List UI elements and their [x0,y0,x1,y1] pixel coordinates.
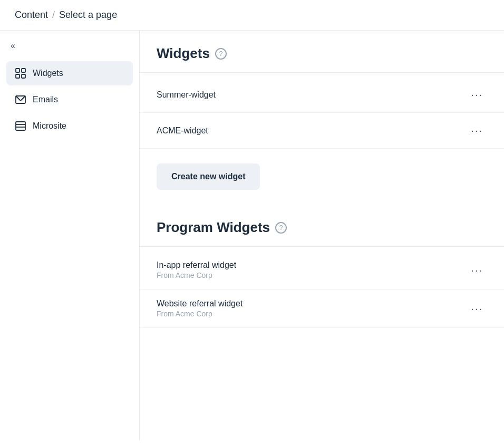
program-widgets-help-icon[interactable]: ? [275,222,287,234]
widget-row[interactable]: Summer-widget ··· [140,77,504,113]
main-layout: « Widgets Emails [0,31,504,440]
emails-icon [15,94,26,105]
sidebar-item-microsite-label: Microsite [33,121,66,131]
widgets-section-title: Widgets [157,45,210,62]
microsite-icon [15,120,26,132]
program-widget-more-button[interactable]: ··· [467,262,487,278]
breadcrumb-current: Select a page [59,9,117,21]
widgets-section-header: Widgets ? [140,31,504,72]
widget-name: Summer-widget [157,90,216,100]
widgets-help-icon[interactable]: ? [215,48,227,60]
svg-rect-1 [22,69,25,72]
breadcrumb-parent[interactable]: Content [15,9,48,21]
program-widget-info: In-app referral widget From Acme Corp [157,260,236,279]
sidebar-item-microsite[interactable]: Microsite [6,114,133,138]
program-widget-row[interactable]: Website referral widget From Acme Corp ·… [140,289,504,328]
create-widget-section: Create new widget [140,153,504,205]
create-new-widget-button[interactable]: Create new widget [157,163,260,190]
program-widget-sub: From Acme Corp [157,310,243,318]
program-widgets-section-title: Program Widgets [157,219,270,236]
sidebar-item-widgets[interactable]: Widgets [6,61,133,85]
program-widgets-list: In-app referral widget From Acme Corp ··… [140,247,504,332]
sidebar-collapse-button[interactable]: « [6,39,20,53]
widget-more-button[interactable]: ··· [467,86,487,103]
program-widget-name: Website referral widget [157,299,243,308]
sidebar-item-emails-label: Emails [33,95,58,104]
svg-rect-5 [16,122,25,130]
svg-rect-3 [22,74,25,78]
program-widgets-section-header: Program Widgets ? [140,205,504,246]
widget-more-button[interactable]: ··· [467,122,487,139]
program-widget-row[interactable]: In-app referral widget From Acme Corp ··… [140,251,504,289]
program-widget-more-button[interactable]: ··· [467,301,487,317]
program-widget-info: Website referral widget From Acme Corp [157,299,243,318]
sidebar-item-widgets-label: Widgets [33,69,63,78]
widgets-list: Summer-widget ··· ACME-widget ··· [140,73,504,153]
program-widget-sub: From Acme Corp [157,271,236,279]
widget-name: ACME-widget [157,126,208,136]
breadcrumb: Content / Select a page [0,0,504,31]
program-widget-name: In-app referral widget [157,260,236,270]
sidebar: « Widgets Emails [0,31,140,440]
breadcrumb-separator: / [52,9,55,21]
widget-row[interactable]: ACME-widget ··· [140,113,504,149]
svg-rect-0 [16,69,20,72]
svg-rect-2 [16,74,20,78]
content-area: Widgets ? Summer-widget ··· ACME-widget … [140,31,504,440]
sidebar-item-emails[interactable]: Emails [6,88,133,112]
widgets-icon [15,67,26,79]
